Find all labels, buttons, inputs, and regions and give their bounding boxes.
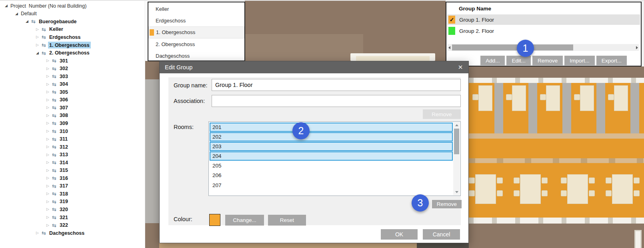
change-colour-button[interactable]: Change... [225,215,264,226]
tree-item[interactable]: ▷⇆312 [0,143,145,151]
tree-item[interactable]: ▷⇆Dachgeschoss [0,229,145,237]
tree-item[interactable]: ▷⇆305 [0,88,145,96]
tree-item[interactable]: ▷⇆313 [0,151,145,159]
room-list-item[interactable]: 206 [209,171,453,181]
expand-arrow-icon[interactable]: ▷ [45,106,51,109]
scroll-left-icon[interactable] [448,46,450,49]
close-icon[interactable]: ✕ [454,61,467,73]
group-edit-button[interactable]: Edit... [506,56,531,65]
expand-arrow-icon[interactable]: ▷ [45,216,51,219]
tree-item[interactable]: ▷⇆314 [0,159,145,167]
tree-item[interactable]: ▷⇆317 [0,182,145,190]
collapse-arrow-icon[interactable]: ◢ [34,51,40,55]
reset-colour-button[interactable]: Reset [268,215,306,226]
tree-item[interactable]: ◢⇆Buerogebaeude [0,18,145,26]
expand-arrow-icon[interactable]: ▷ [45,153,51,157]
group-list-item[interactable]: ✓Group 1. Floor [447,14,640,25]
expand-arrow-icon[interactable]: ▷ [45,161,51,164]
colour-swatch[interactable] [209,214,220,226]
expand-arrow-icon[interactable]: ▷ [45,184,51,188]
expand-arrow-icon[interactable]: ▷ [45,75,51,78]
tree-item[interactable]: ▷⇆309 [0,119,145,127]
expand-arrow-icon[interactable]: ▷ [34,35,40,39]
tree-item[interactable]: ▷⇆320 [0,206,145,214]
room-list-item[interactable]: 202 [210,132,453,141]
floor-list-item[interactable]: Keller [148,3,244,15]
scroll-down-icon[interactable] [455,191,458,193]
expand-arrow-icon[interactable]: ▷ [45,200,51,204]
expand-arrow-icon[interactable]: ▷ [45,137,51,141]
tree-item[interactable]: ▷⇆307 [0,104,145,112]
floor-list-item[interactable]: Dachgeschoss [148,50,244,62]
tree-item[interactable]: ▷⇆319 [0,198,145,206]
collapse-arrow-icon[interactable]: ◢ [14,12,20,16]
scroll-up-icon[interactable] [455,124,458,126]
expand-arrow-icon[interactable]: ▷ [45,129,51,133]
ok-button[interactable]: OK [381,229,418,240]
room-list-item[interactable]: 205 [209,161,453,171]
tree-item[interactable]: ▷⇆1. Obergeschoss [0,41,145,49]
group-add-button[interactable]: Add... [480,56,505,65]
tree-item[interactable]: ▷⇆316 [0,174,145,182]
expand-arrow-icon[interactable]: ▷ [45,83,51,86]
tree-item[interactable]: ▷⇆Erdgeschoss [0,33,145,41]
scroll-right-icon[interactable] [636,46,638,49]
group-remove-button[interactable]: Remove [532,56,563,65]
expand-arrow-icon[interactable]: ▷ [45,192,51,196]
tree-item[interactable]: ◢Project Number (No real Building) [0,2,145,10]
tree-item[interactable]: ◢⇆2. Obergeschoss [0,49,145,57]
expand-arrow-icon[interactable]: ▷ [45,208,51,211]
tree-item[interactable]: ▷⇆311 [0,135,145,143]
cancel-button[interactable]: Cancel [423,229,460,240]
tree-item[interactable]: ▷⇆306 [0,96,145,104]
tree-item[interactable]: ▷⇆308 [0,112,145,120]
tree-item[interactable]: ▷⇆Keller [0,26,145,34]
tree-item[interactable]: ▷⇆315 [0,166,145,174]
rooms-scrollbar[interactable] [453,122,460,195]
group-list-item[interactable]: Group 2. Floor [447,26,640,36]
tree-item[interactable]: ▷⇆301 [0,57,145,65]
expand-arrow-icon[interactable]: ▷ [45,169,51,172]
expand-arrow-icon[interactable]: ▷ [45,121,51,125]
expand-arrow-icon[interactable]: ▷ [45,114,51,117]
expand-arrow-icon[interactable]: ▷ [34,231,40,235]
tree-item[interactable]: ▷⇆321 [0,214,145,222]
expand-arrow-icon[interactable]: ▷ [45,176,51,180]
group-color-swatch[interactable] [448,27,455,35]
group-scrollbar[interactable] [448,44,639,51]
expand-arrow-icon[interactable]: ▷ [34,28,40,31]
collapse-arrow-icon[interactable]: ◢ [3,4,9,8]
rooms-listbox[interactable]: 201202203204205206207 [208,121,461,196]
scrollbar-thumb[interactable] [452,44,573,50]
expand-arrow-icon[interactable]: ▷ [45,67,51,71]
remove-rooms-button[interactable]: Remove [432,200,462,208]
expand-arrow-icon[interactable]: ▷ [45,224,51,227]
tree-item[interactable]: ▷⇆302 [0,65,145,73]
group-import-button[interactable]: Import... [564,56,595,65]
tree-item[interactable]: ▷⇆303 [0,73,145,81]
tree-item[interactable]: ▷⇆304 [0,80,145,88]
group-export-button[interactable]: Export... [596,56,627,65]
room-list-item[interactable]: 204 [210,151,453,161]
tree-item[interactable]: ▷⇆322 [0,221,145,229]
floor-list-item[interactable]: Erdgeschoss [148,15,244,26]
tree-item[interactable]: ▷⇆310 [0,127,145,135]
room-list-item[interactable]: 201 [210,123,453,132]
expand-arrow-icon[interactable]: ▷ [45,59,51,63]
floor-list-item[interactable]: 1. Obergeschoss [148,26,244,38]
room-list-item[interactable]: 207 [209,180,453,190]
scrollbar-thumb[interactable] [454,129,459,154]
expand-arrow-icon[interactable]: ▷ [45,98,51,102]
association-input[interactable] [212,95,461,107]
room-list-item[interactable]: 203 [210,142,453,151]
collapse-arrow-icon[interactable]: ◢ [24,20,30,23]
dialog-titlebar[interactable]: Edit Group ✕ [160,61,468,73]
group-name-input[interactable] [212,79,461,91]
expand-arrow-icon[interactable]: ▷ [45,90,51,94]
floor-list-item[interactable]: 2. Obergeschoss [148,38,244,50]
tree-item[interactable]: ◢Default [0,10,145,18]
expand-arrow-icon[interactable]: ▷ [45,145,51,149]
tree-item[interactable]: ▷⇆318 [0,190,145,198]
expand-arrow-icon[interactable]: ▷ [34,43,40,47]
checkmark-icon[interactable]: ✓ [448,16,455,24]
